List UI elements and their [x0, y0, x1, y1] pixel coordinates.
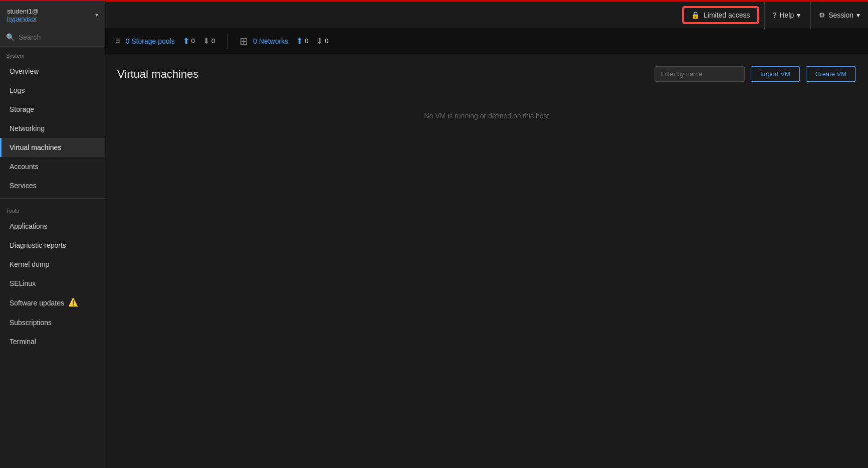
topbar: student1@ hypervisor ▾ 🔒 Limited access …: [0, 0, 868, 28]
sidebar-item-label: Software updates: [10, 299, 64, 307]
gear-icon: ⚙: [819, 11, 825, 19]
sidebar-item-overview[interactable]: Overview: [0, 62, 105, 81]
sidebar-item-terminal[interactable]: Terminal: [0, 332, 105, 351]
storage-pools-count: 0: [126, 37, 130, 45]
storage-pools-section: ≡ 0 Storage pools: [115, 36, 175, 46]
down-arrow-icon: ⬇: [203, 36, 209, 46]
search-icon: 🔍: [6, 33, 15, 41]
storage-download-count: ⬇ 0: [203, 36, 215, 46]
help-label: Help: [779, 11, 794, 19]
filter-input[interactable]: [655, 66, 745, 82]
content: ≡ 0 Storage pools ⬆ 0 ⬇ 0 ⊞ 0 Networks: [105, 28, 868, 468]
limited-access-label: Limited access: [704, 11, 750, 19]
sidebar-item-networking[interactable]: Networking: [0, 119, 105, 138]
sidebar-item-label: Kernel dump: [10, 260, 49, 268]
sidebar-divider: [0, 198, 105, 199]
networks-label: Networks: [259, 37, 288, 45]
networks-link[interactable]: 0 Networks: [253, 37, 288, 45]
network-up-arrow-icon: ⬆: [296, 36, 303, 46]
upload-count-2: 0: [305, 37, 308, 45]
sidebar-item-label: Terminal: [10, 338, 36, 346]
help-chevron-icon: ▾: [797, 11, 800, 19]
create-vm-button[interactable]: Create VM: [806, 66, 856, 82]
sidebar-item-services[interactable]: Services: [0, 176, 105, 195]
networks-count: 0: [253, 37, 257, 45]
session-chevron-icon: ▾: [856, 11, 860, 19]
sidebar-item-subscriptions[interactable]: Subscriptions: [0, 313, 105, 332]
search-input[interactable]: [19, 33, 99, 41]
download-count-1: 0: [211, 37, 215, 45]
import-vm-button[interactable]: Import VM: [751, 66, 800, 82]
user-menu[interactable]: student1@ hypervisor ▾: [0, 1, 105, 29]
sidebar-item-label: Accounts: [10, 163, 39, 171]
vm-section: Virtual machines Import VM Create VM No …: [105, 54, 868, 468]
sidebar-item-virtual-machines[interactable]: Virtual machines: [0, 138, 105, 157]
sidebar-item-logs[interactable]: Logs: [0, 81, 105, 100]
networks-section: ⊞ 0 Networks: [240, 35, 288, 47]
sidebar-item-label: Subscriptions: [10, 319, 52, 327]
tools-section-label: Tools: [0, 202, 105, 217]
sidebar-item-accounts[interactable]: Accounts: [0, 157, 105, 176]
sidebar-item-software-updates[interactable]: Software updates ⚠️: [0, 293, 105, 313]
user-host: hypervisor: [7, 15, 39, 23]
storage-pools-link[interactable]: 0 Storage pools: [126, 37, 175, 45]
sidebar-item-label: Services: [10, 182, 37, 190]
sidebar-item-storage[interactable]: Storage: [0, 100, 105, 119]
sidebar-item-applications[interactable]: Applications: [0, 217, 105, 236]
session-button[interactable]: ⚙ Session ▾: [810, 1, 868, 29]
lock-icon: 🔒: [691, 11, 700, 19]
topbar-right: 🔒 Limited access ? Help ▾ ⚙ Session ▾: [683, 1, 868, 29]
sidebar-item-selinux[interactable]: SELinux: [0, 274, 105, 293]
user-name: student1@: [7, 8, 39, 15]
up-arrow-icon: ⬆: [183, 36, 189, 46]
sidebar-item-label: Overview: [10, 67, 39, 75]
sidebar-item-label: Diagnostic reports: [10, 241, 66, 249]
sidebar-item-label: Logs: [10, 86, 25, 94]
sidebar-item-label: SELinux: [10, 279, 36, 287]
sidebar-item-label: Virtual machines: [10, 143, 61, 151]
network-download-count: ⬇ 0: [316, 36, 328, 46]
sidebar: 🔍 System Overview Logs Storage Networkin…: [0, 28, 105, 468]
help-button[interactable]: ? Help ▾: [764, 1, 809, 29]
topbar-left: student1@ hypervisor ▾: [0, 1, 105, 29]
network-down-arrow-icon: ⬇: [316, 36, 323, 46]
sidebar-item-label: Networking: [10, 124, 45, 132]
status-bar: ≡ 0 Storage pools ⬆ 0 ⬇ 0 ⊞ 0 Networks: [105, 28, 868, 54]
network-upload-count: ⬆ 0: [296, 36, 308, 46]
session-label: Session: [828, 11, 853, 19]
storage-pools-label: Storage pools: [131, 37, 174, 45]
sidebar-item-kernel-dump[interactable]: Kernel dump: [0, 255, 105, 274]
help-circle-icon: ?: [773, 11, 777, 19]
network-icon: ⊞: [240, 35, 248, 47]
chevron-down-icon: ▾: [95, 12, 98, 19]
download-count-2: 0: [325, 37, 328, 45]
vm-empty-message: No VM is running or defined on this host: [117, 112, 856, 120]
sidebar-item-label: Applications: [10, 222, 48, 230]
vm-header-right: Import VM Create VM: [655, 66, 856, 82]
storage-pools-icon: ≡: [115, 36, 121, 46]
upload-count-1: 0: [191, 37, 195, 45]
system-section-label: System: [0, 47, 105, 62]
sidebar-item-label: Storage: [10, 105, 34, 113]
storage-upload-count: ⬆ 0: [183, 36, 195, 46]
sidebar-item-diagnostic-reports[interactable]: Diagnostic reports: [0, 236, 105, 255]
vm-header: Virtual machines Import VM Create VM: [117, 66, 856, 82]
status-divider: [227, 34, 228, 49]
search-box[interactable]: 🔍: [0, 28, 105, 47]
warning-icon: ⚠️: [68, 298, 77, 307]
main-layout: 🔍 System Overview Logs Storage Networkin…: [0, 28, 868, 468]
limited-access-button[interactable]: 🔒 Limited access: [683, 7, 758, 23]
vm-title: Virtual machines: [117, 68, 198, 81]
user-menu-text: student1@ hypervisor: [7, 8, 39, 23]
